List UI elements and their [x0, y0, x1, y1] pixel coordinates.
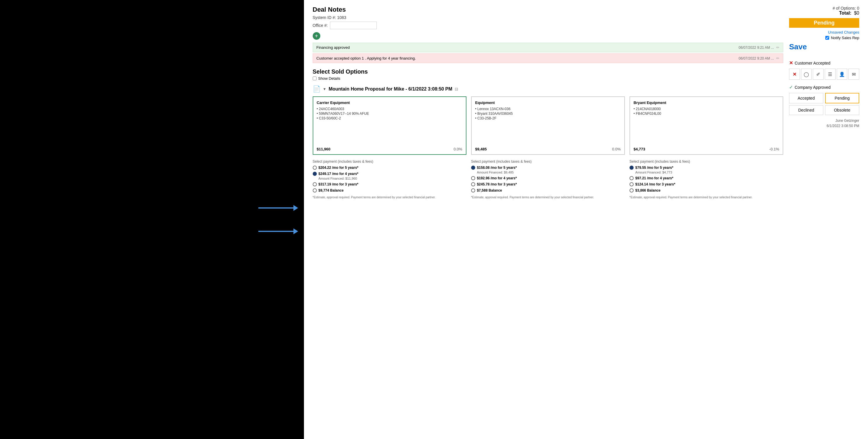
- radio-4yr-col2[interactable]: [471, 176, 475, 180]
- radio-balance-col3[interactable]: [629, 189, 633, 193]
- radio-4yr-col3[interactable]: [629, 176, 633, 180]
- payment-col-1: Select payment (includes taxes & fees) $…: [313, 160, 466, 200]
- payment-option[interactable]: $249.17 /mo for 4 years* Amount Financed…: [313, 171, 466, 181]
- options-count: # of Options: 0: [789, 6, 859, 10]
- clear-button[interactable]: ✕: [789, 69, 800, 80]
- pending-button[interactable]: Pending: [825, 93, 859, 103]
- payment-option[interactable]: $7,588 Balance: [471, 188, 625, 193]
- add-button[interactable]: +: [313, 32, 320, 40]
- payment-option[interactable]: $317.19 /mo for 3 years*: [313, 182, 466, 187]
- company-approved-label: Company Approved: [795, 85, 831, 90]
- radio-3yr-col2[interactable]: [471, 182, 475, 187]
- payment-option[interactable]: $124.14 /mo for 3 years*: [629, 182, 783, 187]
- radio-5yr-col3[interactable]: [629, 166, 633, 170]
- check-icon: ✓: [789, 85, 793, 90]
- customer-section: ✕ Customer Accepted ✕ ◯ ✐ ☰ 👤 ✉ ✓ Compan…: [789, 60, 859, 128]
- payment-option[interactable]: $79.55 /mo for 5 years* Amount Financed:…: [629, 165, 783, 175]
- note-item: Financing approved 06/07/2022 9:21 AM ..…: [313, 43, 783, 52]
- payment-col-2: Select payment (includes taxes & fees) $…: [471, 160, 625, 200]
- office-input[interactable]: [330, 22, 377, 29]
- system-id: System ID #: 1083: [313, 15, 783, 20]
- accepted-button[interactable]: Accepted: [789, 93, 823, 103]
- note-item: Customer accepted option 1 . Applying fo…: [313, 54, 783, 63]
- collapse-arrow-icon[interactable]: ▼: [323, 87, 327, 91]
- total-row: Total: $0: [789, 10, 859, 16]
- list-button[interactable]: ☰: [825, 69, 836, 80]
- payment-col-3: Select payment (includes taxes & fees) $…: [629, 160, 783, 200]
- customer-accepted-label: Customer Accepted: [795, 61, 830, 65]
- payment-option[interactable]: $97.21 /mo for 4 years*: [629, 176, 783, 181]
- person-button[interactable]: 👤: [837, 69, 847, 80]
- payments-grid: Select payment (includes taxes & fees) $…: [313, 160, 783, 200]
- page-title: Deal Notes: [313, 6, 783, 13]
- office-label: Office #:: [313, 23, 328, 28]
- arrow-2: [258, 228, 298, 234]
- option-card-3[interactable]: Bryant Equipment 214CNA018000 FB4CNF024L…: [629, 96, 783, 155]
- show-details-label: Show Details: [318, 76, 340, 80]
- obsolete-button[interactable]: Obsolete: [825, 105, 859, 115]
- radio-balance-col2[interactable]: [471, 189, 475, 193]
- collapse-icon[interactable]: ⊟: [455, 87, 458, 92]
- unsaved-changes: Unsaved Changes: [789, 30, 859, 34]
- user-date: 6/1/2022 3:08:50 PM: [789, 124, 859, 128]
- payment-option[interactable]: $204.22 /mo for 5 years*: [313, 165, 466, 170]
- payment-option[interactable]: $192.96 /mo for 4 years*: [471, 176, 625, 181]
- pencil-icon[interactable]: ✏: [776, 45, 779, 49]
- arrow-1: [258, 205, 298, 211]
- show-details-checkbox[interactable]: [313, 76, 316, 80]
- proposal-title: Mountain Home Proposal for Mike - 6/1/20…: [329, 87, 452, 92]
- payment-option[interactable]: $9,774 Balance: [313, 188, 466, 193]
- payment-option[interactable]: $158.08 /mo for 5 years* Amount Financed…: [471, 165, 625, 175]
- option-card-2[interactable]: Equipment Lennox 13ACXN-036 Bryant 310AA…: [471, 96, 625, 155]
- radio-3yr-col3[interactable]: [629, 182, 633, 187]
- icon-toolbar: ✕ ◯ ✐ ☰ 👤 ✉: [789, 69, 859, 80]
- radio-5yr-col2[interactable]: [471, 166, 475, 170]
- x-icon: ✕: [789, 60, 793, 66]
- select-sold-options-title: Select Sold Options: [313, 68, 783, 75]
- status-buttons: Accepted Pending Declined Obsolete: [789, 93, 859, 115]
- radio-3yr-col1[interactable]: [313, 182, 317, 187]
- pencil-icon[interactable]: ✏: [776, 56, 779, 61]
- save-button[interactable]: Save: [789, 42, 807, 52]
- sign-button[interactable]: ✐: [813, 69, 824, 80]
- radio-4yr-col1[interactable]: [313, 172, 317, 176]
- options-grid: Carrier Equipment 24ACC460A003 59MN7A060…: [313, 96, 783, 155]
- radio-5yr-col1[interactable]: [313, 166, 317, 170]
- payment-option[interactable]: $245.78 /mo for 3 years*: [471, 182, 625, 187]
- user-name: June Getzinger: [789, 119, 859, 123]
- declined-button[interactable]: Declined: [789, 105, 823, 115]
- mail-button[interactable]: ✉: [848, 69, 859, 80]
- payment-option[interactable]: $3,866 Balance: [629, 188, 783, 193]
- notify-label: Notify Sales Rep: [831, 36, 859, 40]
- camera-button[interactable]: ◯: [801, 69, 812, 80]
- notify-checkbox[interactable]: [825, 36, 829, 40]
- radio-balance-col1[interactable]: [313, 189, 317, 193]
- status-badge: Pending: [789, 18, 859, 28]
- option-card-1[interactable]: Carrier Equipment 24ACC460A003 59MN7A060…: [313, 96, 466, 155]
- right-panel: # of Options: 0 Total: $0 Pending Unsave…: [783, 6, 859, 128]
- doc-icon: 📄: [313, 85, 320, 93]
